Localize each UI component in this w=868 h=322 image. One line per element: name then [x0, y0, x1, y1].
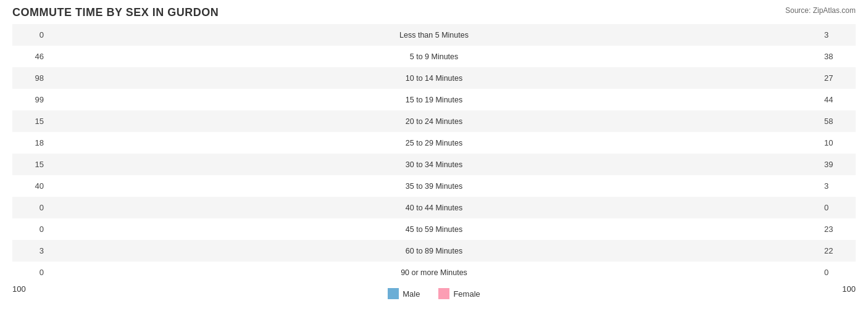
male-value: 0 — [12, 30, 46, 39]
table-row: 045 to 59 Minutes23 — [12, 218, 856, 240]
legend-female: Female — [438, 288, 480, 299]
legend-male-box — [388, 288, 399, 299]
row-label: 60 to 89 Minutes — [406, 247, 462, 255]
table-row: 4035 to 39 Minutes3 — [12, 175, 856, 197]
row-label: 10 to 14 Minutes — [406, 74, 462, 83]
legend-female-box — [438, 288, 449, 299]
table-row: 1825 to 29 Minutes10 — [12, 132, 856, 154]
female-value: 38 — [822, 52, 856, 61]
table-row: 0Less than 5 Minutes3 — [12, 24, 856, 46]
chart-container: COMMUTE TIME BY SEX IN GURDON Source: Zi… — [0, 0, 868, 322]
table-row: 090 or more Minutes0 — [12, 262, 856, 283]
male-value: 46 — [12, 52, 46, 61]
source-label: Source: ZipAtlas.com — [785, 6, 856, 15]
female-value: 3 — [822, 30, 856, 39]
row-label: 15 to 19 Minutes — [406, 96, 462, 104]
male-value: 40 — [12, 181, 46, 191]
bar-section: 30 to 34 Minutes — [46, 154, 822, 175]
bar-section: Less than 5 Minutes — [46, 24, 822, 46]
row-label: 90 or more Minutes — [401, 268, 467, 277]
female-value: 3 — [822, 181, 856, 191]
bar-section: 10 to 14 Minutes — [46, 67, 822, 89]
bar-section: 90 or more Minutes — [46, 262, 822, 283]
row-label: 40 to 44 Minutes — [406, 204, 462, 212]
legend-male: Male — [388, 288, 420, 299]
female-value: 0 — [822, 203, 856, 212]
bottom-labels: 100 Male Female 100 — [12, 284, 856, 299]
male-value: 15 — [12, 117, 46, 126]
table-row: 9810 to 14 Minutes27 — [12, 67, 856, 89]
bar-section: 20 to 24 Minutes — [46, 110, 822, 132]
table-row: 1520 to 24 Minutes58 — [12, 110, 856, 132]
bar-section: 60 to 89 Minutes — [46, 240, 822, 262]
row-label: 30 to 34 Minutes — [406, 160, 462, 169]
table-row: 465 to 9 Minutes38 — [12, 46, 856, 67]
row-label: Less than 5 Minutes — [399, 31, 469, 39]
female-value: 10 — [822, 138, 856, 147]
table-row: 360 to 89 Minutes22 — [12, 240, 856, 262]
female-value: 0 — [822, 268, 856, 277]
female-value: 23 — [822, 225, 856, 234]
legend-male-label: Male — [403, 289, 420, 299]
row-label: 35 to 39 Minutes — [406, 182, 462, 191]
bar-section: 45 to 59 Minutes — [46, 218, 822, 240]
bar-section: 35 to 39 Minutes — [46, 175, 822, 197]
female-value: 58 — [822, 117, 856, 126]
male-value: 18 — [12, 138, 46, 147]
female-value: 39 — [822, 160, 856, 169]
male-value: 0 — [12, 203, 46, 212]
row-label: 5 to 9 Minutes — [410, 52, 459, 61]
female-value: 22 — [822, 246, 856, 255]
male-value: 99 — [12, 95, 46, 104]
male-value: 0 — [12, 225, 46, 234]
row-label: 25 to 29 Minutes — [406, 139, 462, 147]
table-row: 9915 to 19 Minutes44 — [12, 89, 856, 110]
chart-title: COMMUTE TIME BY SEX IN GURDON — [12, 6, 856, 19]
legend: Male Female — [388, 288, 480, 299]
bottom-right-label: 100 — [842, 284, 856, 299]
male-value: 98 — [12, 73, 46, 83]
female-value: 44 — [822, 95, 856, 104]
legend-female-label: Female — [453, 289, 480, 299]
row-label: 20 to 24 Minutes — [406, 117, 462, 126]
bar-section: 15 to 19 Minutes — [46, 89, 822, 110]
male-value: 15 — [12, 160, 46, 169]
bar-section: 25 to 29 Minutes — [46, 132, 822, 154]
bottom-left-label: 100 — [12, 284, 26, 299]
female-value: 27 — [822, 73, 856, 83]
row-label: 45 to 59 Minutes — [406, 225, 462, 234]
bar-section: 5 to 9 Minutes — [46, 46, 822, 67]
table-row: 1530 to 34 Minutes39 — [12, 154, 856, 175]
main-chart: 0Less than 5 Minutes3465 to 9 Minutes389… — [12, 24, 856, 283]
bar-section: 40 to 44 Minutes — [46, 197, 822, 218]
male-value: 3 — [12, 246, 46, 255]
male-value: 0 — [12, 268, 46, 277]
table-row: 040 to 44 Minutes0 — [12, 197, 856, 218]
